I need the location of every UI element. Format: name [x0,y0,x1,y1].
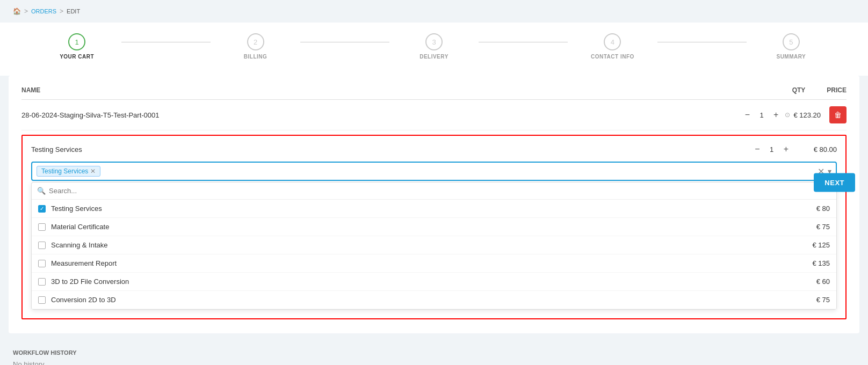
item-price-1: € 75 [816,223,830,231]
breadcrumb-edit: EDIT [67,8,80,14]
main-content: NAME QTY PRICE 28-06-2024-Staging-Silva-… [9,76,859,333]
dropdown-item-4[interactable]: 3D to 2D File Conversion € 60 [32,273,836,291]
page-wrapper: 🏠 > ORDERS > EDIT 1 YOUR CART 2 BILLING … [0,0,868,365]
item-price-5: € 75 [816,296,830,304]
selected-tag-testing-services: Testing Services ✕ [37,166,100,177]
order-qty-minus[interactable]: − [743,110,752,120]
step-label-3: DELIVERY [419,54,449,60]
testing-services-section: Testing Services − 1 + € 80.00 Testing S… [21,135,847,319]
testing-services-name: Testing Services [31,145,753,154]
price-help-icon: ⊙ [785,111,790,119]
dropdown-item-3[interactable]: Measurement Report € 135 [32,254,836,273]
item-label-3: Measurement Report [51,259,807,267]
dropdown-items-list: ✓ Testing Services € 80 Material Certifi… [32,200,836,309]
testing-qty-value: 1 [766,145,777,154]
item-label-5: Conversion 2D to 3D [51,296,811,304]
trash-icon: 🗑 [834,111,842,119]
checkbox-5[interactable] [38,296,46,304]
checkbox-2[interactable] [38,242,46,249]
no-history: No history [13,360,855,365]
testing-qty-minus[interactable]: − [753,144,762,154]
step-line-3 [479,42,568,42]
step-line-1 [121,42,211,42]
step-4[interactable]: 4 CONTACT INFO [568,33,657,60]
item-label-2: Scanning & Intake [51,241,807,249]
testing-qty-controls[interactable]: − 1 + [753,144,791,154]
multiselect-field[interactable]: Testing Services ✕ ✕ ▾ [31,162,837,181]
breadcrumb-orders[interactable]: ORDERS [31,8,56,14]
dropdown-item-0[interactable]: ✓ Testing Services € 80 [32,200,836,218]
item-label-1: Material Certificate [51,223,811,231]
dropdown-search-row: 🔍 [32,182,836,200]
stepper: 1 YOUR CART 2 BILLING 3 DELIVERY 4 CONTA… [0,23,868,76]
dropdown-item-2[interactable]: Scanning & Intake € 125 [32,236,836,254]
order-item-name: 28-06-2024-Staging-Silva-T5-Test-Part-00… [21,111,739,119]
item-label-0: Testing Services [51,205,811,213]
dropdown-search-input[interactable] [49,187,831,195]
delete-button[interactable]: 🗑 [829,106,847,123]
order-qty-plus[interactable]: + [771,110,780,120]
workflow-title: WORKFLOW HISTORY [13,349,855,356]
next-button[interactable]: NEXT [814,173,855,192]
item-price-2: € 125 [812,241,830,249]
checkbox-0[interactable]: ✓ [38,205,46,213]
step-circle-3: 3 [425,33,443,50]
dropdown-item-5[interactable]: Conversion 2D to 3D € 75 [32,291,836,309]
col-price: PRICE [827,86,847,94]
breadcrumb-separator2: > [60,8,63,15]
tag-remove-icon[interactable]: ✕ [90,167,96,175]
order-qty-value: 1 [756,111,767,119]
step-1[interactable]: 1 YOUR CART [32,33,121,60]
step-circle-1: 1 [68,33,85,50]
col-name: NAME [21,86,40,94]
step-circle-4: 4 [604,33,621,50]
order-qty-controls[interactable]: − 1 + [743,110,781,120]
step-line-2 [300,42,389,42]
step-5[interactable]: 5 SUMMARY [747,33,836,60]
item-price-4: € 60 [816,278,830,286]
step-circle-2: 2 [247,33,264,50]
step-3[interactable]: 3 DELIVERY [389,33,479,60]
testing-services-row: Testing Services − 1 + € 80.00 [31,144,837,154]
breadcrumb-separator: > [24,8,28,15]
col-qty: QTY [792,86,806,94]
step-2[interactable]: 2 BILLING [211,33,300,60]
checkbox-4[interactable] [38,278,46,286]
testing-price: € 80.00 [799,145,837,154]
step-circle-5: 5 [783,33,800,50]
step-label-2: BILLING [244,54,267,60]
checkbox-3[interactable] [38,260,46,267]
order-price: € 123.20 [793,111,821,119]
step-label-4: CONTACT INFO [591,54,634,60]
checkmark-icon: ✓ [40,206,44,211]
table-header-right: QTY PRICE [792,86,847,94]
testing-qty-plus[interactable]: + [782,144,791,154]
dropdown-panel: 🔍 ✓ Testing Services € 80 [31,182,837,310]
item-label-4: 3D to 2D File Conversion [51,278,811,286]
step-label-1: YOUR CART [60,54,94,60]
tag-label: Testing Services [41,167,88,175]
breadcrumb: 🏠 > ORDERS > EDIT [0,0,868,23]
table-header: NAME QTY PRICE [21,86,847,100]
home-icon: 🏠 [13,8,21,15]
workflow-section: WORKFLOW HISTORY No history [0,344,868,365]
order-price-info: ⊙ € 123.20 [785,111,821,119]
item-price-0: € 80 [816,205,830,213]
order-row: 28-06-2024-Staging-Silva-T5-Test-Part-00… [21,100,847,130]
dropdown-item-1[interactable]: Material Certificate € 75 [32,218,836,236]
item-price-3: € 135 [812,259,830,267]
search-icon: 🔍 [37,187,46,195]
step-label-5: SUMMARY [776,54,806,60]
checkbox-1[interactable] [38,223,46,231]
step-line-4 [657,42,747,42]
